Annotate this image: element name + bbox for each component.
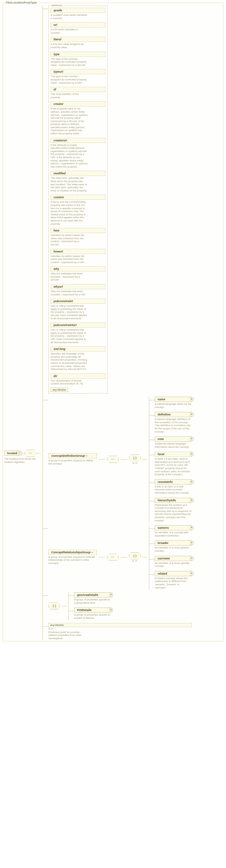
element-desc: A link to an item or a web resource whic… bbox=[155, 485, 192, 495]
attribute-item: pubconstraintOne or many constraints tha… bbox=[51, 299, 105, 320]
attribute-item: whyuriWhy the metadata has been included… bbox=[51, 284, 105, 296]
expand-icon: + bbox=[109, 609, 113, 612]
tree-leaf: note+Additional natural language informa… bbox=[155, 436, 192, 448]
expand-icon: + bbox=[190, 437, 193, 441]
attributes-container: attributes qcodeA qualified code which i… bbox=[48, 5, 192, 394]
tree-leaf: broader+An identifier of a more generic … bbox=[155, 540, 192, 552]
element-name: name+ bbox=[155, 397, 192, 402]
attribute-custom: custom bbox=[51, 195, 105, 200]
root-element-label: located bbox=[7, 452, 17, 455]
element-definition: definition+ bbox=[155, 412, 192, 417]
attribute-item: typeuriThe type of the concept assigned … bbox=[51, 69, 105, 84]
element-sameas: sameAs+ bbox=[155, 525, 192, 530]
attribute-item: modifiedThe date (and, optionally, the t… bbox=[51, 171, 105, 192]
attribute-how: how bbox=[51, 228, 105, 233]
element-broader: broader+ bbox=[155, 540, 192, 546]
attribute-creatoruri: creatoruri bbox=[51, 138, 105, 143]
choice-icon bbox=[129, 455, 141, 462]
tree-leaf: POIDetails+A group of properties specifi… bbox=[74, 608, 111, 619]
attribute-desc: If the property value is not defined, sp… bbox=[51, 107, 88, 135]
attribute-whyuri: whyuri bbox=[51, 284, 105, 289]
element-desc: A natural language definition of the sem… bbox=[155, 418, 192, 433]
sequence-icon bbox=[107, 456, 119, 463]
attribute-item: pubconstrainturiOne or many constraints … bbox=[51, 322, 105, 344]
attribute-desc: The type of the concept assigned as cont… bbox=[51, 58, 88, 67]
attribute-qcode: qcode bbox=[51, 8, 105, 13]
root-element-desc: The location from which the content orig… bbox=[4, 457, 41, 464]
expand-icon: + bbox=[190, 397, 193, 401]
element-desc: A related concept, where the relationshi… bbox=[155, 577, 192, 589]
attribute-desc: A qualified code which identifies a conc… bbox=[51, 13, 88, 20]
attribute-type: type bbox=[51, 52, 105, 57]
attribute-dir: dir bbox=[51, 373, 105, 379]
element-desc: In NAR 1.8 and later, facet is deprecate… bbox=[155, 457, 192, 476]
group-cdg-desc: A group of properties required to define… bbox=[48, 459, 97, 465]
sequence-icon bbox=[107, 554, 119, 561]
attribute-desc: The local identifier of the property. bbox=[51, 93, 88, 99]
element-remoteinfo: remoteInfo+ bbox=[155, 479, 192, 485]
attribute-item: typeThe type of the concept assigned as … bbox=[51, 52, 105, 67]
attribute-item: idThe local identifier of the property. bbox=[51, 87, 105, 99]
mult-label: 0..∞ bbox=[133, 559, 137, 562]
attribute-desc: If set to true the corresponding propert… bbox=[51, 200, 88, 225]
attribute-desc: Why the metadata has been included - exp… bbox=[51, 290, 88, 296]
tree-leaf: sameAs+An identifier of a concept with e… bbox=[155, 525, 192, 537]
attribute-desc: A URI which identifies a concept. bbox=[51, 28, 88, 34]
attribute-why: why bbox=[51, 266, 105, 272]
group-crg-label: ConceptRelationshipsGroup bbox=[51, 551, 90, 554]
expand-icon: − bbox=[86, 454, 87, 457]
choice-icon bbox=[129, 552, 141, 559]
attribute-item: creatoruriIf the attribute is empty, spe… bbox=[51, 138, 105, 168]
attribute-typeuri: typeuri bbox=[51, 69, 105, 74]
group-concept-relationships: ConceptRelationshipsGroup − bbox=[48, 550, 97, 555]
attribute-xml-lang: xml:lang bbox=[51, 346, 105, 351]
tree-leaf: geoAreaDetails+A group of properties spe… bbox=[74, 592, 111, 604]
extension-any-other: any ##other bbox=[48, 623, 192, 627]
group-concept-definition: ConceptDefinitionGroup − bbox=[48, 453, 97, 458]
element-desc: An identifier of a more generic concept. bbox=[155, 546, 192, 552]
tree-leaf: related+A related concept, where the rel… bbox=[155, 571, 192, 589]
expand-icon: + bbox=[190, 453, 193, 456]
element-desc: An identifier of a more specific concept… bbox=[155, 562, 192, 568]
attribute-item: howuriIndicates by which means the value… bbox=[51, 249, 105, 264]
tree-leaf: facet+In NAR 1.8 and later, facet is dep… bbox=[155, 452, 192, 476]
attribute-creator: creator bbox=[51, 101, 105, 106]
attribute-item: qcodeA qualified code which identifies a… bbox=[51, 8, 105, 20]
type-frame: FlexLocationPropType located − The locat… bbox=[3, 3, 223, 642]
attribute-item: creatorIf the property value is not defi… bbox=[51, 101, 105, 135]
choice-icon bbox=[48, 602, 60, 610]
tree-leaf: remoteInfo+A link to an item or a web re… bbox=[155, 479, 192, 495]
tree-leaf: narrower+An identifier of a more specifi… bbox=[155, 556, 192, 568]
attribute-item: xml:langSpecifies the language of this p… bbox=[51, 346, 105, 371]
attribute-item: customIf set to true the corresponding p… bbox=[51, 195, 105, 225]
element-narrower: narrower+ bbox=[155, 556, 192, 561]
attribute-pubconstraint: pubconstraint bbox=[51, 299, 105, 304]
attribute-item: whyWhy the metadata has been included - … bbox=[51, 266, 105, 281]
attribute-desc: A free-text value assigned as property v… bbox=[51, 42, 88, 49]
attribute-desc: One or many constraints that apply to pu… bbox=[51, 328, 88, 344]
mult-label: 0..∞ bbox=[48, 627, 192, 630]
group-crg-desc: A group of properties required to indica… bbox=[48, 556, 97, 565]
element-desc: Additional natural language information … bbox=[155, 442, 192, 448]
group-cdg-label: ConceptDefinitionGroup bbox=[51, 454, 85, 457]
expand-icon: + bbox=[190, 541, 193, 545]
element-geoareadetails: geoAreaDetails+ bbox=[74, 592, 111, 597]
attribute-item: literalA free-text value assigned as pro… bbox=[51, 37, 105, 49]
attribute-desc: The directionality of textual content (e… bbox=[51, 379, 88, 385]
element-note: note+ bbox=[155, 436, 192, 442]
attribute-desc: Specifies the language of this property … bbox=[51, 352, 88, 371]
element-desc: Represents the position of a concept in … bbox=[155, 503, 192, 522]
sequence-icon bbox=[25, 450, 36, 457]
any-other-bottom-desc: Extension point for provider-defined pro… bbox=[48, 631, 85, 640]
element-desc: A group of properties specific to a geop… bbox=[74, 598, 111, 604]
expand-icon: − bbox=[18, 452, 22, 455]
attr-any-other: any ##other bbox=[51, 388, 68, 392]
tree-leaf: name+A natural language name for the con… bbox=[155, 397, 192, 409]
type-name-label: FlexLocationPropType bbox=[5, 1, 38, 4]
attributes-frame-label: attributes bbox=[51, 4, 63, 7]
expand-icon: + bbox=[190, 480, 193, 484]
element-desc: A natural language name for the concept. bbox=[155, 403, 192, 409]
attribute-desc: One or many constraints that apply to pu… bbox=[51, 304, 88, 320]
any-other-bottom-label: any ##other bbox=[50, 624, 64, 626]
attribute-desc: Why the metadata has been included - exp… bbox=[51, 272, 88, 281]
